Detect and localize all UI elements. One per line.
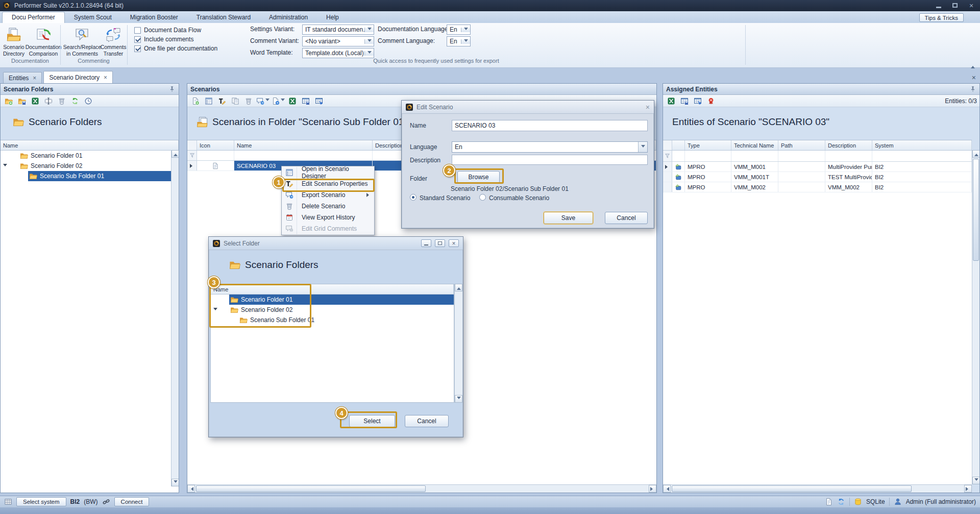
checkbox-document-data-flow[interactable]: Document Data Flow [134, 27, 201, 34]
scrollbar-thumb[interactable] [973, 159, 979, 261]
export-documentation-button[interactable] [272, 96, 285, 106]
column-header-icon[interactable]: Icon [197, 140, 234, 150]
column-header-type[interactable]: Type [685, 140, 731, 150]
new-scenario-button[interactable] [190, 96, 201, 106]
vertical-scrollbar[interactable] [454, 284, 462, 403]
tab-translation-steward[interactable]: Translation Steward [187, 12, 260, 23]
cancel-button[interactable]: Cancel [605, 212, 648, 224]
tree-item-scenario-folder-01[interactable]: Scenario Folder 01 [211, 295, 454, 305]
checkbox-one-file-per-documentation[interactable]: One file per documentation [134, 45, 217, 52]
column-header-name[interactable]: Name [211, 284, 454, 294]
column-header-description[interactable]: Description [825, 140, 872, 150]
entity-row[interactable]: MPRO VMM_M001T TEST MultiProvider... BI2 [663, 172, 972, 182]
save-button[interactable]: Save [544, 212, 593, 224]
checkbox-include-comments[interactable]: Include comments [134, 36, 193, 43]
maximize-icon[interactable] [949, 2, 961, 9]
settings-variant-select[interactable]: IT standard documen... [302, 25, 374, 35]
comments-transfer-button[interactable]: CommentsTransfer [101, 26, 126, 57]
documentation-language-select[interactable]: En [447, 25, 471, 35]
scenario-directory-button[interactable]: ScenarioDirectory [1, 26, 27, 57]
scroll-left-icon[interactable] [663, 485, 671, 493]
scroll-down-icon[interactable] [455, 395, 462, 403]
maximize-icon[interactable] [435, 239, 445, 247]
horizontal-scrollbar[interactable] [663, 484, 972, 493]
tab-migration-booster[interactable]: Migration Booster [121, 12, 187, 23]
scroll-left-icon[interactable] [187, 485, 195, 493]
standard-scenario-radio[interactable] [410, 194, 416, 201]
refresh-button[interactable] [69, 96, 81, 106]
comment-language-select[interactable]: En [447, 36, 471, 46]
cancel-button[interactable]: Cancel [405, 415, 449, 427]
edit-scenario-button[interactable] [216, 96, 228, 106]
pin-icon[interactable] [969, 86, 976, 93]
scrollbar-thumb[interactable] [672, 485, 912, 492]
description-field[interactable] [452, 155, 648, 165]
scenario-properties-button[interactable] [203, 96, 214, 106]
dialog-title-bar[interactable]: Edit Scenario × [402, 101, 654, 114]
history-check-button[interactable] [83, 96, 94, 106]
tree-item-scenario-folder-02[interactable]: Scenario Folder 02 [211, 305, 454, 315]
delete-folder-button[interactable] [56, 96, 67, 106]
copy-scenario-button[interactable] [230, 96, 241, 106]
entity-row[interactable]: MPRO VMM_M001 MultiProvider Purc... BI2 [663, 162, 972, 172]
column-header-entity-icon[interactable] [672, 140, 685, 150]
chevron-down-icon[interactable] [461, 28, 470, 32]
scroll-up-icon[interactable] [455, 284, 462, 291]
collapse-chevron-icon[interactable] [1, 164, 10, 168]
log-page-icon[interactable] [825, 498, 833, 506]
consumable-scenario-radio[interactable] [479, 194, 486, 201]
horizontal-scrollbar[interactable] [187, 484, 656, 493]
filter-row[interactable] [663, 151, 972, 162]
search-replace-comments-button[interactable]: Search/Replacein Comments [63, 26, 101, 57]
tips-and-tricks-button[interactable]: Tips & Tricks [919, 13, 964, 22]
chevron-down-icon[interactable] [638, 142, 647, 152]
column-header-name[interactable]: Name [1, 140, 179, 150]
chevron-down-icon[interactable] [364, 28, 374, 32]
add-folder-button[interactable] [3, 96, 14, 106]
documentation-comparison-button[interactable]: DocumentationComparison [28, 26, 59, 57]
vertical-scrollbar[interactable] [972, 150, 979, 484]
tab-administration[interactable]: Administration [260, 12, 317, 23]
minimize-icon[interactable] [421, 239, 431, 247]
connect-button[interactable]: Connect [114, 497, 150, 506]
pin-icon[interactable] [168, 86, 176, 93]
dialog-title-bar[interactable]: Select Folder × [209, 237, 463, 250]
tab-close-icon[interactable]: × [104, 75, 107, 81]
tab-help[interactable]: Help [317, 12, 348, 23]
word-template-select[interactable]: Template.dotx (Local) [302, 48, 374, 58]
vertical-scrollbar[interactable] [171, 150, 179, 486]
menu-item-view-export-history[interactable]: View Export History [282, 212, 374, 223]
browse-button[interactable]: Browse [457, 171, 500, 183]
scroll-up-icon[interactable] [172, 150, 179, 158]
column-header-name[interactable]: Name [234, 140, 373, 150]
restore-grid-layout-button[interactable] [313, 96, 325, 106]
export-excel-button[interactable] [666, 96, 677, 106]
tree-item-scenario-sub-folder-01[interactable]: Scenario Sub Folder 01 [211, 315, 454, 325]
scroll-down-icon[interactable] [972, 477, 979, 484]
tab-system-scout[interactable]: System Scout [65, 12, 121, 23]
language-select[interactable]: En [452, 141, 648, 153]
scroll-down-icon[interactable] [172, 479, 179, 486]
tree-item-scenario-folder-02[interactable]: Scenario Folder 02 [1, 161, 179, 171]
tree-item-scenario-folder-01[interactable]: Scenario Folder 01 [1, 151, 179, 161]
menu-item-open-in-scenario-designer[interactable]: Open in Scenario Designer [282, 167, 374, 178]
close-icon[interactable]: × [449, 239, 459, 247]
chevron-down-icon[interactable] [364, 51, 374, 56]
collapse-chevron-icon[interactable] [211, 308, 220, 312]
minimize-icon[interactable] [933, 2, 944, 9]
export-comments-button[interactable] [256, 96, 270, 106]
tab-entities[interactable]: Entities × [3, 72, 42, 83]
tab-close-icon[interactable]: × [33, 75, 36, 81]
remove-assignment-button[interactable] [705, 96, 717, 106]
column-header-system[interactable]: System [872, 140, 972, 150]
scroll-up-icon[interactable] [972, 150, 979, 158]
tab-docu-performer[interactable]: Docu Performer [2, 12, 65, 23]
tab-scenario-directory[interactable]: Scenario Directory × [43, 71, 113, 83]
column-header-path[interactable]: Path [778, 140, 825, 150]
delete-scenario-button[interactable] [243, 96, 254, 106]
menu-item-delete-scenario[interactable]: Delete Scenario [282, 201, 374, 212]
collapse-ribbon-icon[interactable] [971, 59, 975, 66]
entity-row[interactable]: MPRO VMM_M002 VMM_M002 BI2 [663, 182, 972, 192]
restore-grid-layout-button[interactable] [692, 96, 703, 106]
sync-icon[interactable] [837, 498, 845, 506]
